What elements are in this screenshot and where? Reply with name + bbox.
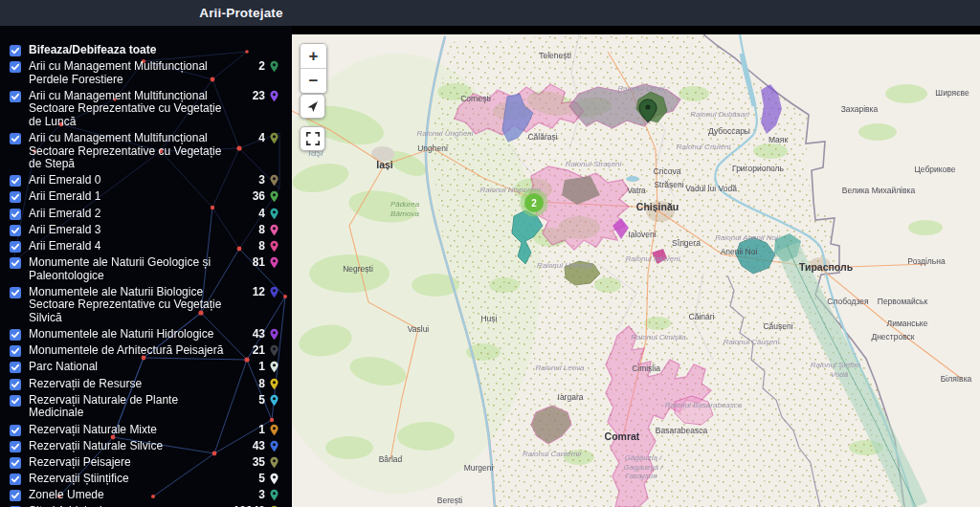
layer-count: 43 (231, 440, 265, 453)
layer-row[interactable]: Rezervații de Resurse 8 (10, 378, 280, 391)
map-label: Anenii Noi (721, 247, 758, 256)
layer-checkbox[interactable] (10, 257, 21, 269)
map-label: Raionul Dubăsari (690, 110, 749, 119)
layer-checkbox[interactable] (10, 425, 21, 436)
map-pin-icon (268, 60, 280, 73)
layer-row[interactable]: Monumentele de Arhitectură Peisajeră 21 (10, 344, 280, 358)
layer-checkbox[interactable] (10, 457, 21, 469)
map-pin-icon (268, 440, 280, 452)
layer-row[interactable]: Rezervații Peisajere 35 (10, 456, 280, 470)
layer-list: Bifeaza/Debifeaza toate Arii cu Manageme… (0, 26, 292, 507)
zoom-in-button[interactable]: + (301, 44, 326, 68)
map-label: Căinari (689, 312, 715, 321)
cluster-marker[interactable]: 2 (521, 189, 548, 217)
map-label: Велика Михайлівка (842, 186, 916, 195)
layers-sidebar: Bifeaza/Debifeaza toate Arii cu Manageme… (0, 26, 292, 507)
layer-row[interactable]: Arii Emerald 1 36 (10, 190, 280, 204)
map-label: Raionul Cantemir (523, 450, 582, 458)
layer-checkbox[interactable] (10, 241, 21, 253)
layer-row[interactable]: Monumentele ale Naturii Hidrologice 43 (10, 328, 280, 342)
map-label: Vaslui (408, 324, 430, 334)
layer-checkbox[interactable] (10, 225, 21, 236)
layer-label: Monumente ale Naturii Geologice și Paleo… (29, 256, 231, 282)
layer-label: Rezervații Naturale Silvice (29, 440, 231, 453)
layer-row[interactable]: Arii Emerald 3 8 (10, 224, 280, 237)
map-label: Первомайськ (878, 297, 928, 306)
layer-checkbox[interactable] (10, 395, 21, 407)
layer-label: Arii cu Management Multifuncțional Perde… (29, 60, 231, 86)
map-label: Chișinău (636, 201, 679, 212)
map-label: Cimișlia (632, 364, 660, 373)
layer-row[interactable]: Bifeaza/Debifeaza toate (10, 44, 280, 57)
layer-row[interactable]: Arii cu Management Multifuncțional Perde… (10, 60, 280, 86)
layer-label: Monumentele de Arhitectură Peisajeră (29, 344, 231, 358)
layer-count: 1 (231, 361, 265, 374)
map-pin-icon (268, 286, 280, 298)
map-label: Raionul Ștefan (811, 361, 861, 369)
layer-checkbox[interactable] (10, 379, 21, 390)
map-label: Григориополь (732, 164, 785, 173)
layer-row[interactable]: Zonele Umede 3 (10, 489, 280, 502)
map-pin-icon (268, 361, 280, 373)
layer-checkbox[interactable] (10, 209, 21, 220)
layer-row[interactable]: Rezervații Științifice 5 (10, 473, 280, 486)
layer-checkbox[interactable] (10, 474, 21, 485)
zoom-out-button[interactable]: − (301, 69, 326, 93)
layer-label: Arii Emerald 4 (29, 240, 231, 254)
layer-row[interactable]: Arii Emerald 4 8 (10, 240, 280, 254)
layer-label: Bifeaza/Debifeaza toate (29, 44, 231, 57)
map-label: Găgăuzia / (625, 453, 662, 462)
layer-checkbox[interactable] (10, 329, 21, 341)
map-label: Ширяєве (935, 88, 969, 98)
layer-row[interactable]: Arii cu Management Multifuncțional Secto… (10, 90, 280, 129)
layer-count: 35 (231, 456, 265, 470)
layer-row[interactable]: Monumentele ale Naturii Biologice Sectoa… (10, 286, 280, 325)
layer-checkbox[interactable] (10, 191, 21, 203)
map-label: Căușeni (763, 321, 792, 331)
locate-button[interactable] (300, 94, 325, 119)
layer-checkbox[interactable] (10, 91, 21, 102)
layer-checkbox[interactable] (10, 490, 21, 501)
layer-checkbox[interactable] (10, 175, 21, 187)
layer-label: Arii Emerald 2 (29, 208, 231, 221)
map-pin-icon (268, 90, 280, 102)
layer-label: Parc National (29, 361, 231, 374)
layer-checkbox[interactable] (10, 133, 21, 144)
layer-checkbox[interactable] (10, 287, 21, 298)
map-label: Ialoveni (628, 230, 656, 239)
layer-row[interactable]: Rezervații Naturale Silvice 43 (10, 440, 280, 453)
map-label: Лиманське (887, 319, 928, 328)
layer-checkbox[interactable] (10, 45, 21, 56)
map[interactable]: IașiIașiUngheniRaionul UngheniTeleneștiC… (292, 34, 980, 507)
map-label: Iași (376, 159, 393, 170)
map-label: Sîngera (672, 238, 701, 248)
map-label: Bârlad (379, 454, 403, 464)
map-label: Маяк (768, 135, 789, 144)
map-label: Iargara (558, 392, 584, 402)
layer-label: Arii cu Management Multifuncțional Secto… (29, 90, 231, 129)
map-label: Gagauzya / (624, 463, 664, 472)
map-label: Raionul Basarabeasca (665, 401, 743, 409)
layer-checkbox[interactable] (10, 441, 21, 452)
svg-text:2: 2 (531, 198, 537, 209)
layer-row[interactable]: Arii Emerald 2 4 (10, 208, 280, 221)
zoom-control: + − (300, 43, 327, 94)
map-label: Cornești (460, 94, 491, 103)
layer-count: 4 (231, 208, 265, 221)
layer-row[interactable]: Rezervații Naturale Mixte 1 (10, 424, 280, 437)
map-label: Цебрикове (915, 165, 956, 174)
layer-checkbox[interactable] (10, 61, 21, 73)
map-label: Comrat (605, 430, 640, 442)
layer-label: Arii Emerald 0 (29, 174, 231, 187)
layer-row[interactable]: Arii cu Management Multifuncțional Secto… (10, 132, 280, 171)
layer-checkbox[interactable] (10, 362, 21, 373)
layer-count: 23 (231, 90, 265, 103)
layer-row[interactable]: Parc National 1 (10, 361, 280, 374)
fullscreen-button[interactable] (300, 126, 325, 151)
layer-row[interactable]: Rezervații Naturale de Plante Medicinale… (10, 394, 280, 420)
map-canvas: IașiIașiUngheniRaionul UngheniTeleneștiC… (292, 34, 980, 507)
layer-checkbox[interactable] (10, 345, 21, 357)
layer-row[interactable]: Arii Emerald 0 3 (10, 174, 280, 187)
layer-row[interactable]: Monumente ale Naturii Geologice și Paleo… (10, 256, 280, 282)
map-label: Роздільна (907, 256, 946, 266)
